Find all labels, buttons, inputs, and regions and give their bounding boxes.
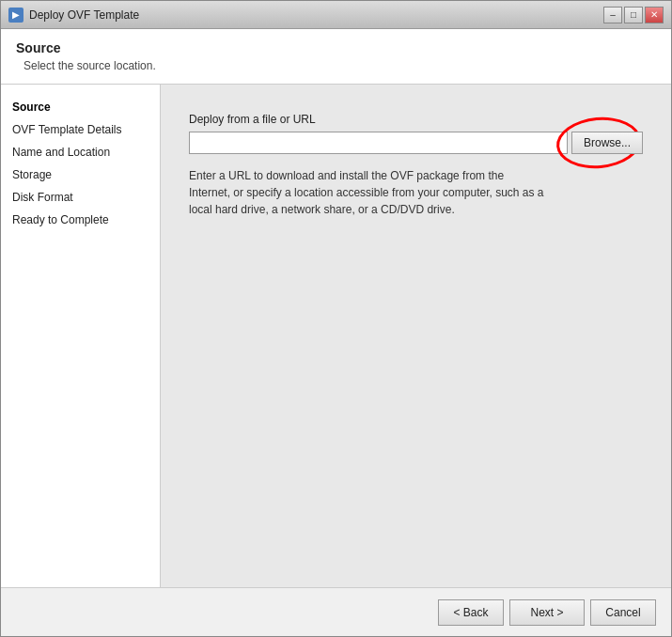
- deploy-label: Deploy from a file or URL: [189, 113, 643, 126]
- description-text: Enter a URL to download and install the …: [189, 167, 546, 218]
- header: Source Select the source location.: [1, 29, 671, 85]
- back-button[interactable]: < Back: [438, 599, 504, 626]
- main-layout: Source OVF Template Details Name and Loc…: [1, 85, 671, 587]
- browse-button-wrapper: Browse...: [568, 132, 643, 154]
- header-subtitle: Select the source location.: [23, 59, 656, 72]
- window-title: Deploy OVF Template: [29, 8, 603, 22]
- content-area: Deploy from a file or URL Browse... Ente…: [161, 85, 671, 587]
- window-icon: ▶: [8, 8, 23, 23]
- minimize-button[interactable]: –: [603, 7, 622, 23]
- sidebar-item-ovf-template-details[interactable]: OVF Template Details: [1, 118, 160, 141]
- next-button[interactable]: Next >: [509, 599, 585, 626]
- sidebar-item-source[interactable]: Source: [1, 96, 160, 118]
- restore-button[interactable]: □: [624, 7, 643, 23]
- url-input[interactable]: [189, 132, 568, 154]
- header-title: Source: [16, 40, 656, 55]
- footer: < Back Next > Cancel: [1, 587, 671, 636]
- close-button[interactable]: ✕: [645, 7, 664, 23]
- title-bar: ▶ Deploy OVF Template – □ ✕: [1, 1, 671, 29]
- main-window: ▶ Deploy OVF Template – □ ✕ Source Selec…: [0, 0, 672, 637]
- sidebar: Source OVF Template Details Name and Loc…: [1, 85, 161, 587]
- window-controls: – □ ✕: [603, 7, 664, 23]
- sidebar-item-ready-to-complete[interactable]: Ready to Complete: [1, 209, 160, 231]
- cancel-button[interactable]: Cancel: [590, 599, 656, 626]
- sidebar-item-name-and-location[interactable]: Name and Location: [1, 141, 160, 163]
- sidebar-item-storage[interactable]: Storage: [1, 163, 160, 186]
- browse-button[interactable]: Browse...: [571, 132, 643, 154]
- url-input-row: Browse...: [189, 132, 643, 154]
- sidebar-item-disk-format[interactable]: Disk Format: [1, 186, 160, 209]
